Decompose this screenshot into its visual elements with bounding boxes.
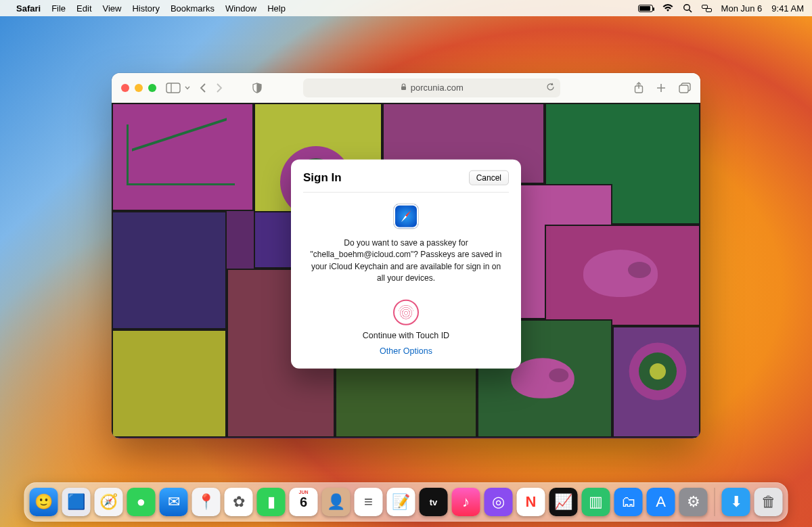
menu-view[interactable]: View [103,3,122,14]
dock-podcasts-icon[interactable]: ◎ [484,488,513,516]
dock-notes-icon[interactable]: 📝 [387,488,415,516]
safari-window: porcunia.com [112,73,700,438]
dock-reminders-icon[interactable]: ≡ [355,488,383,516]
dock-numbers-icon[interactable]: ▥ [582,488,610,516]
menubar-time[interactable]: 9:41 AM [771,3,804,14]
menubar: Safari File Edit View History Bookmarks … [0,0,812,16]
touch-id-icon[interactable] [393,299,419,325]
menubar-date[interactable]: Mon Jun 6 [721,3,763,14]
dock-facetime-icon[interactable]: ▮ [257,488,286,516]
cancel-button[interactable]: Cancel [469,170,509,185]
share-button[interactable] [634,82,644,94]
back-button[interactable] [200,83,206,93]
dock-messages-icon[interactable]: ● [127,488,156,516]
other-options-link[interactable]: Other Options [380,346,432,355]
dock-tv-icon[interactable]: tv [420,488,448,516]
window-close-button[interactable] [121,84,129,92]
privacy-shield-icon[interactable] [252,83,262,93]
dock-calendar-icon[interactable]: JUN6 [290,488,318,516]
menu-window[interactable]: Window [225,3,256,14]
dock-finder-icon[interactable]: 🙂 [30,488,58,516]
tab-overview-button[interactable] [679,82,691,94]
menubar-app-name[interactable]: Safari [16,3,41,14]
dock-photos-icon[interactable]: ✿ [225,488,253,516]
dock-appstore-icon[interactable]: A [647,488,675,516]
dock-keynote-icon[interactable]: 🗂 [614,488,643,516]
dialog-title: Sign In [303,171,342,185]
sidebar-toggle-button[interactable] [166,83,181,93]
menu-history[interactable]: History [132,3,159,14]
window-controls [121,84,156,92]
menu-help[interactable]: Help [267,3,286,14]
spotlight-search-icon[interactable] [683,3,692,13]
dock-news-icon[interactable]: N [517,488,545,516]
dock-safari-icon[interactable]: 🧭 [95,488,123,516]
wifi-status-icon[interactable] [662,4,673,12]
passkey-prompt-text: Do you want to save a passkey for "chell… [303,237,509,296]
address-bar[interactable]: porcunia.com [303,78,560,97]
svg-rect-2 [166,83,180,93]
dock-contacts-icon[interactable]: 👤 [322,488,351,516]
safari-toolbar: porcunia.com [112,73,700,103]
forward-button[interactable] [216,83,223,93]
dock-separator [715,488,715,516]
dock-stocks-icon[interactable]: 📈 [549,488,578,516]
menu-bookmarks[interactable]: Bookmarks [171,3,215,14]
battery-status-icon[interactable] [638,5,653,12]
new-tab-button[interactable] [656,82,667,94]
webpage-content: Sign In Cancel Do you want to save a pas… [112,103,700,438]
dock-trash-icon[interactable]: 🗑 [754,488,783,516]
control-center-icon[interactable] [702,5,712,12]
touch-id-label: Continue with Touch ID [303,330,509,340]
svg-point-0 [683,5,690,11]
dock-maps-icon[interactable]: 📍 [192,488,221,516]
reload-button[interactable] [546,83,555,93]
window-zoom-button[interactable] [148,84,156,92]
menu-file[interactable]: File [51,3,66,14]
svg-rect-4 [401,87,406,91]
dock: 🙂🟦🧭●✉︎📍✿▮JUN6👤≡📝tv♪◎N📈▥🗂A⚙︎⬇︎🗑 [24,482,788,522]
window-minimize-button[interactable] [135,84,143,92]
dock-mail-icon[interactable]: ✉︎ [160,488,188,516]
menu-edit[interactable]: Edit [76,3,91,14]
passkey-dialog: Sign In Cancel Do you want to save a pas… [291,160,521,369]
dock-settings-icon[interactable]: ⚙︎ [679,488,708,516]
sidebar-dropdown-icon[interactable] [185,86,190,90]
lock-icon [401,83,407,93]
dock-music-icon[interactable]: ♪ [452,488,480,516]
safari-app-icon [393,204,419,229]
dock-downloads-icon[interactable]: ⬇︎ [722,488,750,516]
svg-line-1 [689,10,692,13]
address-bar-host: porcunia.com [411,83,464,93]
dock-launchpad-icon[interactable]: 🟦 [62,488,91,516]
svg-rect-10 [679,85,688,93]
